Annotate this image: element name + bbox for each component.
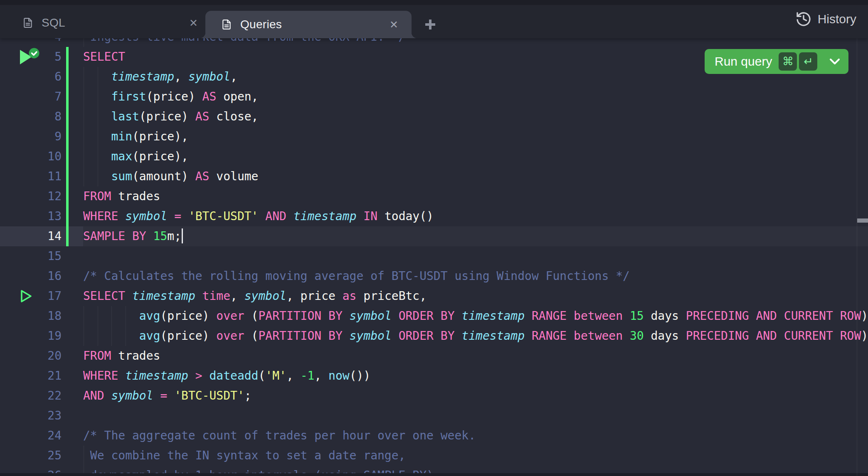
- window-top-strip: [0, 0, 868, 5]
- code-text: avg(price) over (PARTITION BY symbol ORD…: [83, 306, 868, 326]
- code-line-17[interactable]: 17SELECT timestamp time, symbol, price a…: [0, 286, 868, 306]
- code-line-7[interactable]: 7 first(price) AS open,: [0, 87, 868, 107]
- code-text: SELECT timestamp time, symbol, price as …: [83, 286, 427, 306]
- new-tab-button[interactable]: [418, 11, 442, 38]
- run-query-button[interactable]: Run query ⌘ ↵: [705, 49, 848, 74]
- active-query-bar: [66, 147, 69, 167]
- code-text: last(price) AS close,: [83, 107, 258, 127]
- code-line-19[interactable]: 19 avg(price) over (PARTITION BY symbol …: [0, 326, 868, 346]
- active-query-bar: [66, 87, 69, 107]
- code-text: SAMPLE BY 15m;: [83, 226, 183, 246]
- code-line-12[interactable]: 12FROM trades: [0, 186, 868, 206]
- history-label: History: [818, 12, 856, 26]
- line-number: 16: [0, 266, 62, 286]
- code-line-20[interactable]: 20FROM trades: [0, 346, 868, 366]
- indent-guide: [98, 326, 98, 346]
- line-number: 25: [0, 446, 62, 466]
- overview-ruler-separator: [857, 38, 857, 476]
- indent-guide: [84, 67, 84, 87]
- indent-guide: [98, 167, 98, 186]
- active-query-bar: [66, 127, 69, 147]
- history-button[interactable]: History: [795, 4, 856, 34]
- line-number: 24: [0, 426, 62, 446]
- code-text: FROM trades: [83, 346, 160, 366]
- enter-key-icon: ↵: [799, 52, 817, 71]
- code-text: /* The aggregate count of trades per hou…: [83, 426, 476, 446]
- chevron-down-icon[interactable]: [829, 58, 840, 65]
- line-number: 9: [0, 127, 62, 147]
- line-number: 22: [0, 386, 62, 406]
- close-tab-icon[interactable]: ✕: [388, 18, 400, 32]
- code-line-22[interactable]: 22AND symbol = 'BTC-USDT';: [0, 386, 868, 406]
- code-text: WHERE symbol = 'BTC-USDT' AND timestamp …: [83, 206, 434, 226]
- line-number: 23: [0, 406, 62, 426]
- code-line-24[interactable]: 24/* The aggregate count of trades per h…: [0, 426, 868, 446]
- code-line-16[interactable]: 16/* Calculates the rolling moving avera…: [0, 266, 868, 286]
- tab-sql-label: SQL: [42, 16, 65, 29]
- code-line-23[interactable]: 23: [0, 406, 868, 426]
- code-text: SELECT: [83, 47, 125, 67]
- code-text: min(price),: [83, 127, 188, 147]
- line-number: 7: [0, 87, 62, 107]
- code-text: AND symbol = 'BTC-USDT';: [83, 386, 252, 406]
- sql-editor[interactable]: 4 Ingests live market data from the OKX …: [0, 38, 868, 476]
- indent-guide: [84, 326, 84, 346]
- line-number: 8: [0, 107, 62, 127]
- code-line-9[interactable]: 9 min(price),: [0, 127, 868, 147]
- line-number: 17: [0, 286, 62, 306]
- indent-guide: [84, 127, 84, 147]
- indent-guide: [98, 147, 98, 167]
- code-line-14[interactable]: 14SAMPLE BY 15m;: [0, 226, 868, 246]
- overview-ruler-cursor-marker[interactable]: [857, 218, 868, 223]
- tab-queries-label: Queries: [240, 18, 282, 31]
- line-number: 6: [0, 67, 62, 87]
- line-number: 12: [0, 186, 62, 206]
- code-line-13[interactable]: 13WHERE symbol = 'BTC-USDT' AND timestam…: [0, 206, 868, 226]
- line-number: 19: [0, 326, 62, 346]
- line-number: 5: [0, 47, 62, 67]
- indent-guide: [84, 167, 84, 186]
- code-line-18[interactable]: 18 avg(price) over (PARTITION BY symbol …: [0, 306, 868, 326]
- indent-guide: [84, 38, 84, 47]
- line-number: 20: [0, 346, 62, 366]
- active-query-bar: [66, 167, 69, 186]
- questdb-sql-console: { "colors": { "bg": "#282a36", "tabbar":…: [0, 0, 868, 476]
- indent-guide: [84, 147, 84, 167]
- code-line-11[interactable]: 11 sum(amount) AS volume: [0, 167, 868, 186]
- code-text: /* Calculates the rolling moving average…: [83, 266, 630, 286]
- active-query-bar: [66, 206, 69, 226]
- history-icon: [795, 11, 812, 27]
- cmd-key-icon: ⌘: [779, 52, 797, 71]
- code-text: avg(price) over (PARTITION BY symbol ORD…: [83, 326, 868, 346]
- tab-sql[interactable]: SQL ✕: [0, 5, 205, 38]
- line-number: 10: [0, 147, 62, 167]
- code-line-10[interactable]: 10 max(price),: [0, 147, 868, 167]
- code-text: FROM trades: [83, 186, 160, 206]
- code-text: WHERE timestamp > dateadd('M', -1, now()…: [83, 366, 370, 386]
- indent-guide: [84, 306, 84, 326]
- indent-guide: [98, 127, 98, 147]
- indent-guide: [126, 326, 126, 346]
- code-text: timestamp, symbol,: [83, 67, 237, 87]
- active-query-bar: [66, 226, 69, 246]
- indent-guide: [111, 306, 112, 326]
- code-line-15[interactable]: 15: [0, 246, 868, 266]
- text-cursor: [182, 228, 183, 243]
- code-rows: 4 Ingests live market data from the OKX …: [0, 38, 868, 476]
- indent-guide: [98, 87, 98, 107]
- code-text: We combine the IN syntax to set a date r…: [83, 446, 405, 466]
- close-tab-icon[interactable]: ✕: [187, 16, 200, 30]
- tab-bar: SQL ✕ Queries ✕ History: [0, 0, 868, 38]
- code-line-21[interactable]: 21WHERE timestamp > dateadd('M', -1, now…: [0, 366, 868, 386]
- indent-guide: [111, 326, 112, 346]
- line-number: 21: [0, 366, 62, 386]
- active-query-bar: [66, 186, 69, 206]
- code-line-4[interactable]: 4 Ingests live market data from the OKX …: [0, 38, 868, 47]
- line-number: 13: [0, 206, 62, 226]
- code-line-25[interactable]: 25 We combine the IN syntax to set a dat…: [0, 446, 868, 466]
- line-number: 4: [0, 38, 62, 47]
- indent-guide: [98, 107, 98, 127]
- plus-icon: [424, 18, 436, 31]
- tab-queries[interactable]: Queries ✕: [205, 11, 412, 38]
- code-line-8[interactable]: 8 last(price) AS close,: [0, 107, 868, 127]
